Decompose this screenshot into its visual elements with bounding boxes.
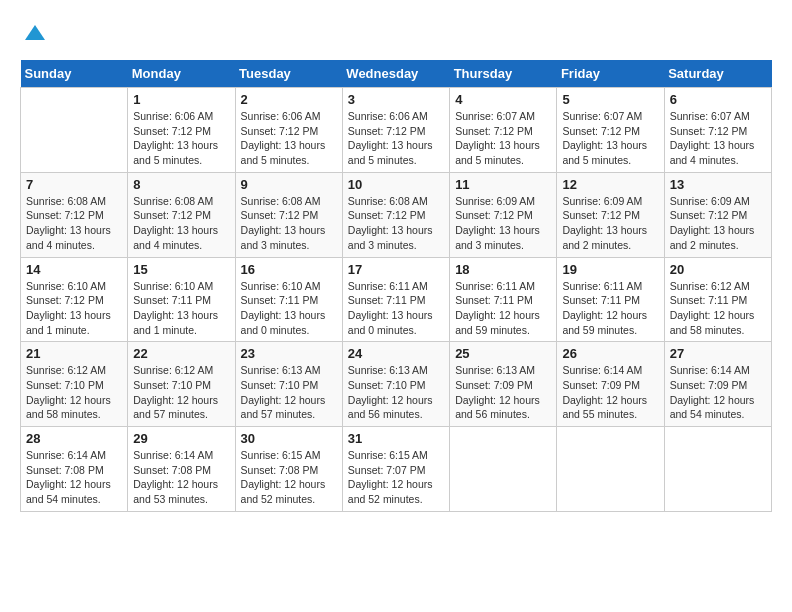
- day-cell: 27Sunrise: 6:14 AMSunset: 7:09 PMDayligh…: [664, 342, 771, 427]
- day-info: Sunrise: 6:10 AMSunset: 7:12 PMDaylight:…: [26, 279, 122, 338]
- day-info: Sunrise: 6:15 AMSunset: 7:07 PMDaylight:…: [348, 448, 444, 507]
- day-number: 23: [241, 346, 337, 361]
- day-cell: [664, 427, 771, 512]
- day-cell: 23Sunrise: 6:13 AMSunset: 7:10 PMDayligh…: [235, 342, 342, 427]
- day-info: Sunrise: 6:08 AMSunset: 7:12 PMDaylight:…: [26, 194, 122, 253]
- day-cell: 6Sunrise: 6:07 AMSunset: 7:12 PMDaylight…: [664, 88, 771, 173]
- day-info: Sunrise: 6:11 AMSunset: 7:11 PMDaylight:…: [562, 279, 658, 338]
- day-info: Sunrise: 6:12 AMSunset: 7:10 PMDaylight:…: [133, 363, 229, 422]
- day-cell: 7Sunrise: 6:08 AMSunset: 7:12 PMDaylight…: [21, 172, 128, 257]
- week-row-4: 21Sunrise: 6:12 AMSunset: 7:10 PMDayligh…: [21, 342, 772, 427]
- day-header-saturday: Saturday: [664, 60, 771, 88]
- day-cell: 9Sunrise: 6:08 AMSunset: 7:12 PMDaylight…: [235, 172, 342, 257]
- day-info: Sunrise: 6:14 AMSunset: 7:08 PMDaylight:…: [133, 448, 229, 507]
- day-info: Sunrise: 6:06 AMSunset: 7:12 PMDaylight:…: [133, 109, 229, 168]
- day-cell: 5Sunrise: 6:07 AMSunset: 7:12 PMDaylight…: [557, 88, 664, 173]
- day-number: 3: [348, 92, 444, 107]
- logo-icon: [20, 20, 50, 50]
- day-number: 29: [133, 431, 229, 446]
- day-cell: 17Sunrise: 6:11 AMSunset: 7:11 PMDayligh…: [342, 257, 449, 342]
- day-info: Sunrise: 6:14 AMSunset: 7:09 PMDaylight:…: [670, 363, 766, 422]
- day-cell: 28Sunrise: 6:14 AMSunset: 7:08 PMDayligh…: [21, 427, 128, 512]
- day-cell: [21, 88, 128, 173]
- day-header-monday: Monday: [128, 60, 235, 88]
- day-cell: 15Sunrise: 6:10 AMSunset: 7:11 PMDayligh…: [128, 257, 235, 342]
- day-cell: 10Sunrise: 6:08 AMSunset: 7:12 PMDayligh…: [342, 172, 449, 257]
- day-number: 8: [133, 177, 229, 192]
- svg-marker-0: [25, 25, 45, 40]
- week-row-2: 7Sunrise: 6:08 AMSunset: 7:12 PMDaylight…: [21, 172, 772, 257]
- day-cell: 29Sunrise: 6:14 AMSunset: 7:08 PMDayligh…: [128, 427, 235, 512]
- day-number: 14: [26, 262, 122, 277]
- day-info: Sunrise: 6:14 AMSunset: 7:09 PMDaylight:…: [562, 363, 658, 422]
- day-number: 25: [455, 346, 551, 361]
- day-header-wednesday: Wednesday: [342, 60, 449, 88]
- day-cell: 11Sunrise: 6:09 AMSunset: 7:12 PMDayligh…: [450, 172, 557, 257]
- day-cell: 21Sunrise: 6:12 AMSunset: 7:10 PMDayligh…: [21, 342, 128, 427]
- day-header-friday: Friday: [557, 60, 664, 88]
- day-number: 7: [26, 177, 122, 192]
- day-cell: 16Sunrise: 6:10 AMSunset: 7:11 PMDayligh…: [235, 257, 342, 342]
- calendar-table: SundayMondayTuesdayWednesdayThursdayFrid…: [20, 60, 772, 512]
- day-cell: [450, 427, 557, 512]
- week-row-3: 14Sunrise: 6:10 AMSunset: 7:12 PMDayligh…: [21, 257, 772, 342]
- day-info: Sunrise: 6:09 AMSunset: 7:12 PMDaylight:…: [455, 194, 551, 253]
- day-number: 21: [26, 346, 122, 361]
- day-info: Sunrise: 6:10 AMSunset: 7:11 PMDaylight:…: [241, 279, 337, 338]
- day-header-thursday: Thursday: [450, 60, 557, 88]
- day-cell: 4Sunrise: 6:07 AMSunset: 7:12 PMDaylight…: [450, 88, 557, 173]
- day-cell: 24Sunrise: 6:13 AMSunset: 7:10 PMDayligh…: [342, 342, 449, 427]
- day-number: 24: [348, 346, 444, 361]
- day-cell: 8Sunrise: 6:08 AMSunset: 7:12 PMDaylight…: [128, 172, 235, 257]
- day-number: 6: [670, 92, 766, 107]
- day-info: Sunrise: 6:10 AMSunset: 7:11 PMDaylight:…: [133, 279, 229, 338]
- day-info: Sunrise: 6:12 AMSunset: 7:11 PMDaylight:…: [670, 279, 766, 338]
- day-info: Sunrise: 6:13 AMSunset: 7:10 PMDaylight:…: [348, 363, 444, 422]
- day-number: 27: [670, 346, 766, 361]
- day-cell: 3Sunrise: 6:06 AMSunset: 7:12 PMDaylight…: [342, 88, 449, 173]
- day-number: 20: [670, 262, 766, 277]
- day-cell: 25Sunrise: 6:13 AMSunset: 7:09 PMDayligh…: [450, 342, 557, 427]
- day-info: Sunrise: 6:07 AMSunset: 7:12 PMDaylight:…: [670, 109, 766, 168]
- day-info: Sunrise: 6:14 AMSunset: 7:08 PMDaylight:…: [26, 448, 122, 507]
- day-info: Sunrise: 6:15 AMSunset: 7:08 PMDaylight:…: [241, 448, 337, 507]
- day-info: Sunrise: 6:09 AMSunset: 7:12 PMDaylight:…: [562, 194, 658, 253]
- day-number: 2: [241, 92, 337, 107]
- day-header-tuesday: Tuesday: [235, 60, 342, 88]
- day-number: 28: [26, 431, 122, 446]
- day-number: 9: [241, 177, 337, 192]
- day-cell: 18Sunrise: 6:11 AMSunset: 7:11 PMDayligh…: [450, 257, 557, 342]
- day-info: Sunrise: 6:08 AMSunset: 7:12 PMDaylight:…: [348, 194, 444, 253]
- day-number: 19: [562, 262, 658, 277]
- day-cell: 30Sunrise: 6:15 AMSunset: 7:08 PMDayligh…: [235, 427, 342, 512]
- logo: [20, 20, 54, 50]
- page-header: [20, 20, 772, 50]
- day-number: 1: [133, 92, 229, 107]
- day-info: Sunrise: 6:09 AMSunset: 7:12 PMDaylight:…: [670, 194, 766, 253]
- day-number: 31: [348, 431, 444, 446]
- day-info: Sunrise: 6:11 AMSunset: 7:11 PMDaylight:…: [455, 279, 551, 338]
- day-number: 4: [455, 92, 551, 107]
- day-cell: 13Sunrise: 6:09 AMSunset: 7:12 PMDayligh…: [664, 172, 771, 257]
- day-cell: [557, 427, 664, 512]
- day-info: Sunrise: 6:13 AMSunset: 7:10 PMDaylight:…: [241, 363, 337, 422]
- day-cell: 31Sunrise: 6:15 AMSunset: 7:07 PMDayligh…: [342, 427, 449, 512]
- day-number: 10: [348, 177, 444, 192]
- day-info: Sunrise: 6:12 AMSunset: 7:10 PMDaylight:…: [26, 363, 122, 422]
- day-header-sunday: Sunday: [21, 60, 128, 88]
- day-number: 17: [348, 262, 444, 277]
- day-number: 11: [455, 177, 551, 192]
- day-number: 22: [133, 346, 229, 361]
- week-row-1: 1Sunrise: 6:06 AMSunset: 7:12 PMDaylight…: [21, 88, 772, 173]
- day-number: 12: [562, 177, 658, 192]
- day-number: 5: [562, 92, 658, 107]
- day-cell: 12Sunrise: 6:09 AMSunset: 7:12 PMDayligh…: [557, 172, 664, 257]
- day-number: 18: [455, 262, 551, 277]
- day-info: Sunrise: 6:11 AMSunset: 7:11 PMDaylight:…: [348, 279, 444, 338]
- day-cell: 22Sunrise: 6:12 AMSunset: 7:10 PMDayligh…: [128, 342, 235, 427]
- day-number: 30: [241, 431, 337, 446]
- day-info: Sunrise: 6:08 AMSunset: 7:12 PMDaylight:…: [241, 194, 337, 253]
- day-info: Sunrise: 6:06 AMSunset: 7:12 PMDaylight:…: [348, 109, 444, 168]
- day-cell: 2Sunrise: 6:06 AMSunset: 7:12 PMDaylight…: [235, 88, 342, 173]
- day-cell: 1Sunrise: 6:06 AMSunset: 7:12 PMDaylight…: [128, 88, 235, 173]
